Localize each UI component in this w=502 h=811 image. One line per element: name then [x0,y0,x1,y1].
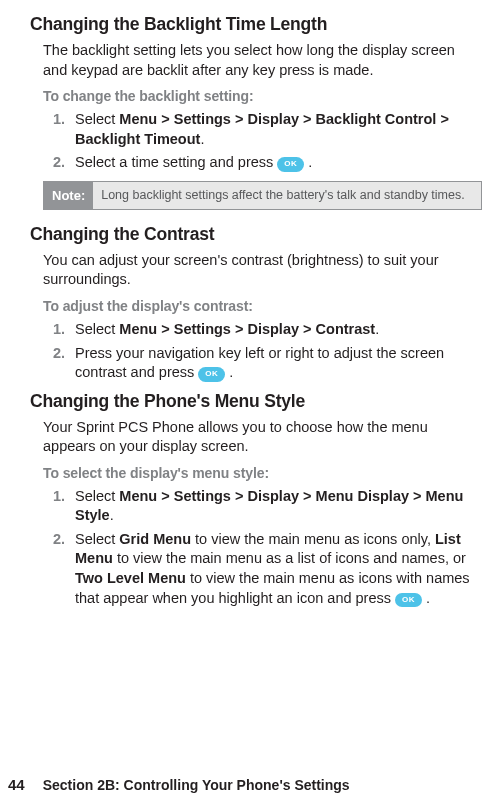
page-footer: 44 Section 2B: Controlling Your Phone's … [0,776,502,793]
step-suffix: . [110,507,114,523]
step-suffix: . [225,364,233,380]
ok-icon: OK [277,157,304,172]
steps-backlight: Select Menu > Settings > Display > Backl… [30,110,482,173]
heading-contrast: Changing the Contrast [30,224,482,245]
step-prefix: Select a time setting and press [75,154,277,170]
note-text: Long backlight settings affect the batte… [93,182,481,209]
step-suffix: . [200,131,204,147]
step-suffix: . [304,154,312,170]
step-2: Select a time setting and press OK . [75,153,482,173]
step-mid2: to view the main menu as a list of icons… [113,550,466,566]
steps-contrast: Select Menu > Settings > Display > Contr… [30,320,482,383]
step-1: Select Menu > Settings > Display > Menu … [75,487,482,526]
intro-menustyle: Your Sprint PCS Phone allows you to choo… [30,418,482,457]
note-label: Note: [44,182,93,209]
step-verb: Select [75,488,115,504]
step-suffix: . [375,321,379,337]
intro-contrast: You can adjust your screen's contrast (b… [30,251,482,290]
option-two-level: Two Level Menu [75,570,186,586]
step-2: Press your navigation key left or right … [75,344,482,383]
step-mid1: to view the main menu as icons only, [191,531,435,547]
ok-icon: OK [395,593,422,608]
option-grid: Grid Menu [119,531,191,547]
page-number: 44 [8,776,25,793]
step-prefix: Select [75,531,119,547]
heading-menustyle: Changing the Phone's Menu Style [30,391,482,412]
step-verb: Select [75,111,115,127]
step-verb: Select [75,321,115,337]
menu-path: Menu > Settings > Display > Menu Display… [75,488,463,524]
subhead-backlight: To change the backlight setting: [30,88,482,104]
step-1: Select Menu > Settings > Display > Backl… [75,110,482,149]
menu-path: Menu > Settings > Display > Backlight Co… [75,111,449,147]
section-title: Section 2B: Controlling Your Phone's Set… [43,777,350,793]
step-2: Select Grid Menu to view the main menu a… [75,530,482,608]
note-box: Note: Long backlight settings affect the… [43,181,482,210]
step-prefix: Press your navigation key left or right … [75,345,444,381]
intro-backlight: The backlight setting lets you select ho… [30,41,482,80]
document-page: Changing the Backlight Time Length The b… [0,0,502,608]
menu-path: Menu > Settings > Display > Contrast [119,321,375,337]
ok-icon: OK [198,367,225,382]
step-1: Select Menu > Settings > Display > Contr… [75,320,482,340]
subhead-contrast: To adjust the display's contrast: [30,298,482,314]
steps-menustyle: Select Menu > Settings > Display > Menu … [30,487,482,608]
subhead-menustyle: To select the display's menu style: [30,465,482,481]
step-suffix: . [422,590,430,606]
heading-backlight: Changing the Backlight Time Length [30,14,482,35]
